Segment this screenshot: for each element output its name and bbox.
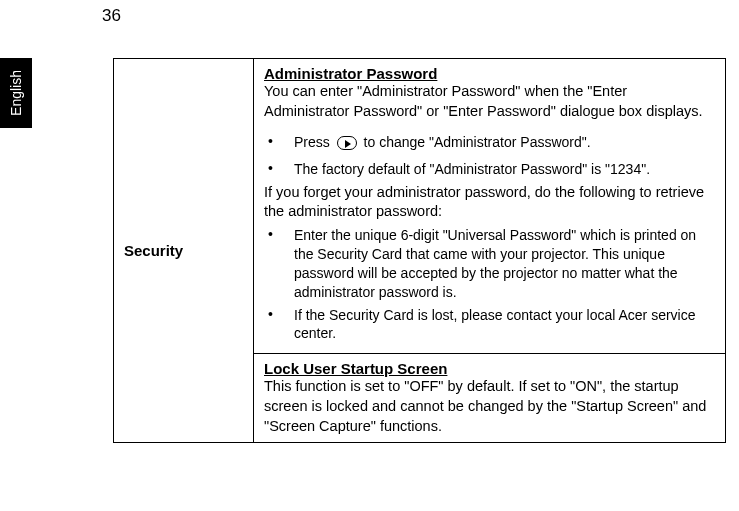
bullet-item: • Press to change "Administrator Passwor… (264, 133, 715, 152)
bullet-text: Enter the unique 6-digit "Universal Pass… (294, 226, 715, 302)
admin-password-intro: You can enter "Administrator Password" w… (264, 82, 715, 121)
lock-startup-heading: Lock User Startup Screen (264, 360, 715, 377)
play-icon (337, 136, 357, 150)
cell-admin-password: Administrator Password You can enter "Ad… (254, 59, 726, 354)
row-label-cell: Security (114, 59, 254, 443)
bullet1-post: to change "Administrator Password". (360, 134, 591, 150)
bullet-mark: • (264, 306, 294, 322)
page-number: 36 (102, 6, 121, 26)
bullet-item: • Enter the unique 6-digit "Universal Pa… (264, 226, 715, 302)
row-label: Security (124, 242, 183, 259)
forgot-text: If you forget your administrator passwor… (264, 183, 715, 222)
language-tab-label: English (8, 70, 24, 116)
language-tab: English (0, 58, 32, 128)
bullet-mark: • (264, 133, 294, 149)
manual-table: Security Administrator Password You can … (113, 58, 726, 443)
bullet-mark: • (264, 226, 294, 242)
cell-lock-startup: Lock User Startup Screen This function i… (254, 354, 726, 443)
bullet-text: Press to change "Administrator Password"… (294, 133, 715, 152)
admin-password-heading: Administrator Password (264, 65, 715, 82)
bullet-item: • The factory default of "Administrator … (264, 160, 715, 179)
bullet-text: The factory default of "Administrator Pa… (294, 160, 715, 179)
lock-startup-body: This function is set to "OFF" by default… (264, 377, 715, 436)
bullet1-pre: Press (294, 134, 334, 150)
table-row: Security Administrator Password You can … (114, 59, 726, 354)
bullet-mark: • (264, 160, 294, 176)
bullet-text: If the Security Card is lost, please con… (294, 306, 715, 344)
bullet-item: • If the Security Card is lost, please c… (264, 306, 715, 344)
